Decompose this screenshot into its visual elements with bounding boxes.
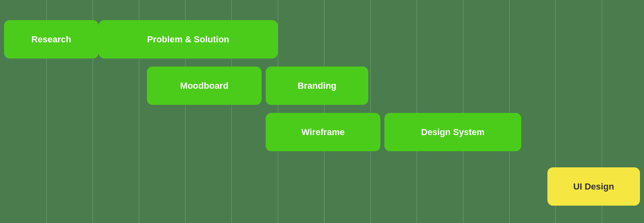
gantt-bar-ui-design[interactable]: UI Design	[547, 167, 640, 206]
gantt-bar-design-system[interactable]: Design System	[384, 113, 521, 151]
grid-line	[417, 0, 417, 223]
gantt-bar-wireframe[interactable]: Wireframe	[266, 113, 380, 151]
gantt-bar-moodboard[interactable]: Moodboard	[147, 67, 262, 105]
grid-line	[509, 0, 510, 223]
grid-line	[370, 0, 371, 223]
gantt-bar-branding[interactable]: Branding	[266, 67, 368, 105]
gantt-bar-problem-solution[interactable]: Problem & Solution	[99, 20, 278, 58]
gantt-bar-research[interactable]: Research	[4, 20, 99, 58]
grid-line	[324, 0, 324, 223]
grid-line	[463, 0, 463, 223]
grid-line	[278, 0, 278, 223]
